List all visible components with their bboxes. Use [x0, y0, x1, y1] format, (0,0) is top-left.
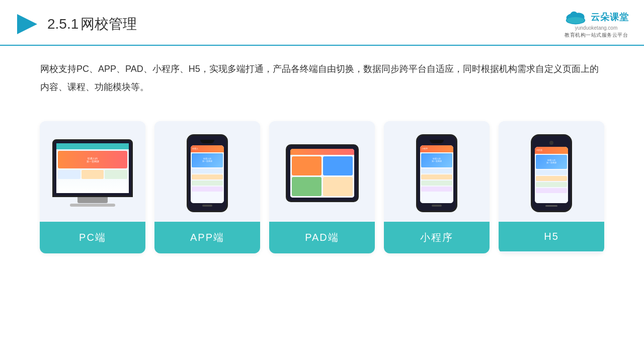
- h5-list-item-2: [536, 176, 567, 181]
- app-list-item-1: [192, 168, 223, 173]
- pad-item-1: [292, 156, 321, 175]
- svg-point-5: [567, 17, 584, 24]
- h5-bottom-bar: [545, 205, 557, 207]
- app-banner: 职通人的第一堂网课: [192, 153, 223, 167]
- mini-phone-mockup: 小程序 职通人的第一堂网课: [416, 134, 457, 212]
- h5-banner: 职通人的第一堂网课: [536, 155, 567, 169]
- h5-header: H5页面: [535, 147, 568, 154]
- page-title: 2.5.1网校管理: [47, 15, 137, 34]
- h5-phone-outer: H5页面 职通人的第一堂网课: [531, 134, 572, 212]
- h5-screen: H5页面 职通人的第一堂网课: [535, 147, 568, 203]
- mini-header: 小程序: [420, 145, 453, 152]
- mini-screen: 小程序 职通人的第一堂网课: [420, 145, 453, 203]
- mini-banner: 职通人的第一堂网课: [421, 153, 452, 167]
- app-list-item-2: [192, 174, 223, 179]
- h5-phone-mockup: H5页面 职通人的第一堂网课: [531, 134, 572, 212]
- title-number: 2.5.1: [47, 16, 78, 32]
- h5-list-item-1: [536, 170, 567, 175]
- header-left: 2.5.1网校管理: [15, 12, 137, 36]
- logo-area: 云朵课堂 yunduoketang.com 教育机构一站式服务云平台: [564, 9, 629, 39]
- card-image-pad: [269, 121, 375, 222]
- logo-text: 云朵课堂: [591, 11, 629, 23]
- card-label-pad: PAD端: [269, 222, 375, 253]
- mini-phone-home: [432, 205, 442, 207]
- app-body: 职通人的第一堂网课: [191, 152, 224, 203]
- pad-screen: [290, 149, 354, 198]
- mini-banner-text: 职通人的第一堂网课: [432, 158, 442, 163]
- pc-nav-bar: [56, 143, 129, 149]
- card-mini: 小程序 职通人的第一堂网课: [384, 121, 490, 253]
- pc-grid-item-2: [82, 170, 104, 179]
- pc-banner: 职通人的第一堂网课: [58, 151, 127, 168]
- mini-list-item-1: [421, 168, 452, 173]
- pc-body: 职通人的第一堂网课: [56, 149, 129, 193]
- app-phone-mockup: 职通人 职通人的第一堂网课: [187, 134, 228, 212]
- h5-banner-text: 职通人的第一堂网课: [546, 159, 556, 164]
- h5-list-item-3: [536, 182, 567, 187]
- app-header-text: 职通人: [192, 148, 198, 150]
- description: 网校支持PC、APP、PAD、小程序、H5，实现多端打通，产品各终端自由切换，数…: [0, 46, 644, 101]
- app-phone-outer: 职通人 职通人的第一堂网课: [187, 134, 228, 212]
- pc-grid-item-3: [105, 170, 127, 179]
- card-image-h5: H5页面 职通人的第一堂网课: [499, 121, 604, 222]
- app-header: 职通人: [191, 145, 224, 152]
- pc-screen-content: 职通人的第一堂网课: [56, 143, 129, 193]
- h5-header-text: H5页面: [536, 149, 542, 151]
- logo-cloud: 云朵课堂: [564, 9, 629, 25]
- card-h5: H5页面 职通人的第一堂网课: [499, 121, 604, 253]
- pc-grid: [58, 170, 127, 179]
- mini-list-item-2: [421, 174, 452, 179]
- mini-list-item-3: [421, 180, 452, 186]
- cloud-icon: [564, 9, 588, 25]
- logo-url: yunduoketang.com: [575, 25, 618, 31]
- pc-base: [70, 204, 115, 207]
- pad-body: [290, 155, 354, 198]
- card-pc: 职通人的第一堂网课 PC端: [40, 121, 145, 253]
- pad-nav: [290, 149, 354, 155]
- card-image-mini: 小程序 职通人的第一堂网课: [384, 121, 490, 222]
- h5-list: [536, 170, 567, 193]
- app-phone-notch: [200, 140, 214, 143]
- pc-banner-text: 职通人的第一堂网课: [87, 157, 99, 163]
- description-text: 网校支持PC、APP、PAD、小程序、H5，实现多端打通，产品各终端自由切换，数…: [40, 60, 604, 96]
- mini-list: [421, 168, 452, 192]
- app-list-item-4: [192, 187, 223, 192]
- app-list: [192, 168, 223, 192]
- mini-phone-notch: [430, 140, 444, 143]
- card-label-h5: H5: [499, 222, 604, 251]
- pad-item-2: [323, 156, 353, 175]
- pc-mockup: 职通人的第一堂网课: [52, 139, 133, 207]
- cards-container: 职通人的第一堂网课 PC端: [0, 106, 644, 253]
- card-app: 职通人 职通人的第一堂网课: [154, 121, 260, 253]
- pad-item-4: [323, 177, 353, 196]
- app-phone-home: [202, 205, 212, 207]
- svg-marker-0: [17, 14, 37, 34]
- pc-screen-outer: 职通人的第一堂网课: [52, 139, 133, 197]
- h5-body: 职通人的第一堂网课: [535, 154, 568, 203]
- app-screen: 职通人 职通人的第一堂网课: [191, 145, 224, 203]
- pad-outer: [286, 144, 359, 202]
- card-label-pc: PC端: [40, 222, 145, 253]
- card-label-app: APP端: [154, 222, 260, 253]
- app-banner-text: 职通人的第一堂网课: [202, 158, 212, 163]
- card-image-pc: 职通人的第一堂网课: [40, 121, 145, 222]
- mini-body: 职通人的第一堂网课: [420, 152, 453, 203]
- card-label-mini: 小程序: [384, 222, 490, 253]
- app-list-item-3: [192, 180, 223, 186]
- pad-mockup: [286, 144, 359, 202]
- pad-item-3: [292, 177, 321, 196]
- mini-header-text: 小程序: [422, 148, 428, 150]
- title-text: 网校管理: [80, 16, 137, 32]
- card-image-app: 职通人 职通人的第一堂网课: [154, 121, 260, 222]
- h5-camera: [549, 141, 553, 145]
- card-pad: PAD端: [269, 121, 375, 253]
- header: 2.5.1网校管理 云朵课堂 yunduoketang.com 教育机构一站式服…: [0, 0, 644, 46]
- pc-stand: [77, 197, 108, 203]
- mini-phone-outer: 小程序 职通人的第一堂网课: [416, 134, 457, 212]
- pc-grid-item-1: [58, 170, 80, 179]
- h5-list-item-4: [536, 188, 567, 193]
- mini-list-item-4: [421, 187, 452, 192]
- play-icon: [15, 12, 39, 36]
- logo-sub: 教育机构一站式服务云平台: [565, 32, 628, 39]
